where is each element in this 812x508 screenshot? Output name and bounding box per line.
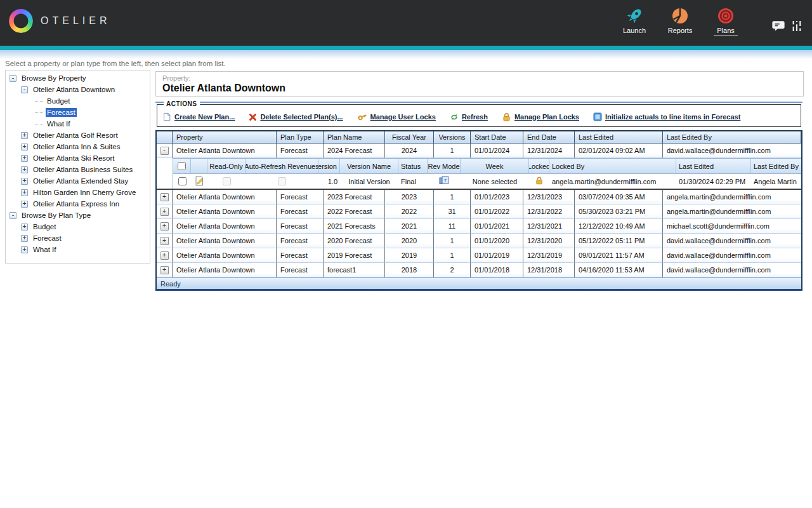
- refresh-button[interactable]: Refresh: [450, 112, 488, 122]
- tree-item-label-selected[interactable]: Forecast: [46, 108, 77, 117]
- tree-item-label[interactable]: Otelier Atlanta Downtown: [32, 85, 116, 94]
- table-row[interactable]: + Otelier Atlanta Downtown Forecast 2021…: [157, 219, 801, 234]
- delete-selected-plans-label: Delete Selected Plan(s)...: [260, 113, 343, 121]
- col-header-plan-type[interactable]: Plan Type: [277, 131, 324, 144]
- tree-connector: [35, 124, 43, 124]
- tree-item-forecast-selected[interactable]: Forecast: [6, 107, 150, 118]
- collapse-row-button[interactable]: -: [160, 147, 169, 155]
- col-header-property[interactable]: Property: [173, 131, 277, 144]
- tree-item-label[interactable]: Browse By Plan Type: [20, 211, 92, 220]
- manage-user-locks-button[interactable]: Manage User Locks: [357, 112, 436, 121]
- tree-item-plan-type-forecast[interactable]: + Forecast: [6, 232, 150, 244]
- tree-expand-icon[interactable]: +: [21, 166, 28, 173]
- tree-expand-icon[interactable]: +: [21, 201, 28, 208]
- tree-item-label[interactable]: Otelier Atlanta Ski Resort: [32, 154, 115, 163]
- tree-item-label[interactable]: Otelier Atlanta Business Suites: [32, 165, 134, 174]
- tree-item-otelier-atlanta-downtown[interactable]: - Otelier Atlanta Downtown: [6, 84, 150, 95]
- pie-chart-icon: [671, 6, 690, 25]
- tree-expand-icon[interactable]: +: [21, 189, 28, 196]
- initialize-actuals-button[interactable]: Initialize actuals to line items in Fore…: [593, 112, 740, 121]
- expand-row-button[interactable]: +: [160, 222, 169, 231]
- tree-item-what-if[interactable]: What If: [6, 118, 150, 130]
- cell-versions: 2: [434, 263, 471, 277]
- tree-item-plan-type-budget[interactable]: + Budget: [6, 221, 150, 232]
- tree-item-label[interactable]: Forecast: [32, 234, 63, 243]
- tree-item-otelier-atlanta-extended-stay[interactable]: + Otelier Atlanta Extended Stay: [6, 175, 150, 187]
- tree-collapse-icon[interactable]: -: [21, 86, 28, 93]
- delete-selected-plans-button[interactable]: Delete Selected Plan(s)...: [249, 113, 343, 121]
- col-header-plan-name[interactable]: Plan Name: [324, 131, 385, 144]
- tree-item-label[interactable]: Hilton Garden Inn Cherry Grove: [32, 188, 137, 197]
- cell-plan-type: Forecast: [277, 219, 324, 234]
- tree-item-plan-type-what-if[interactable]: + What If: [6, 244, 150, 255]
- nav-item-launch[interactable]: Launch: [617, 6, 652, 36]
- nav-item-reports[interactable]: Reports: [662, 6, 698, 36]
- tree-collapse-icon[interactable]: -: [10, 75, 16, 82]
- tree-item-browse-by-property[interactable]: - Browse By Property: [6, 72, 150, 84]
- refresh-label: Refresh: [462, 113, 488, 121]
- tree-expand-icon[interactable]: +: [21, 246, 28, 253]
- cell-property: Otelier Atlanta Downtown: [173, 144, 277, 158]
- tree-expand-icon[interactable]: +: [21, 178, 28, 185]
- create-new-plan-button[interactable]: Create New Plan...: [162, 112, 235, 122]
- subcol-version: Version: [318, 159, 340, 173]
- select-all-versions-checkbox[interactable]: [178, 162, 186, 170]
- tree-item-label[interactable]: What If: [46, 119, 71, 128]
- nav-item-plans[interactable]: Plans: [708, 6, 743, 36]
- tree-item-label[interactable]: What If: [32, 245, 57, 254]
- browse-tree-panel: - Browse By Property - Otelier Atlanta D…: [5, 70, 150, 264]
- manage-plan-locks-button[interactable]: Manage Plan Locks: [502, 112, 579, 122]
- tree-expand-icon[interactable]: +: [21, 224, 28, 231]
- tree-item-browse-by-plan-type[interactable]: - Browse By Plan Type: [6, 210, 150, 221]
- tree-item-otelier-atlanta-express-inn[interactable]: + Otelier Atlanta Express Inn: [6, 198, 150, 210]
- subcol-rev-mode: Rev Mode: [428, 159, 461, 173]
- brand-logo[interactable]: OTELIER: [9, 9, 110, 33]
- tree-item-label[interactable]: Otelier Atlanta Inn & Suites: [32, 142, 121, 151]
- chat-icon[interactable]: [771, 19, 785, 36]
- version-select-checkbox[interactable]: [178, 177, 187, 185]
- rev-mode-calendar-icon[interactable]: 7: [439, 176, 449, 187]
- tree-collapse-icon[interactable]: -: [10, 212, 16, 219]
- expand-row-button[interactable]: +: [160, 266, 169, 274]
- table-row[interactable]: + Otelier Atlanta Downtown Forecast fore…: [157, 263, 801, 277]
- tree-expand-icon[interactable]: +: [21, 155, 28, 162]
- tree-item-label[interactable]: Budget: [32, 222, 57, 231]
- col-header-end-date[interactable]: End Date: [523, 131, 575, 144]
- tree-expand-icon[interactable]: +: [21, 132, 28, 139]
- cell-week[interactable]: None selected: [461, 174, 529, 189]
- tree-item-label[interactable]: Otelier Atlanta Express Inn: [32, 199, 121, 208]
- tree-expand-icon[interactable]: +: [21, 235, 28, 242]
- table-row[interactable]: + Otelier Atlanta Downtown Forecast 2023…: [157, 190, 801, 204]
- tree-item-label[interactable]: Otelier Atlanta Golf Resort: [32, 131, 119, 140]
- expand-row-button[interactable]: +: [160, 237, 169, 245]
- tree-item-hilton-garden-inn-cherry-grove[interactable]: + Hilton Garden Inn Cherry Grove: [6, 187, 150, 198]
- expand-row-button[interactable]: +: [160, 251, 169, 260]
- tree-item-label[interactable]: Otelier Atlanta Extended Stay: [32, 177, 129, 185]
- sliders-icon[interactable]: [792, 20, 802, 35]
- table-row[interactable]: + Otelier Atlanta Downtown Forecast 2022…: [157, 204, 801, 219]
- nav-label-plans: Plans: [714, 27, 738, 36]
- tree-item-label[interactable]: Browse By Property: [20, 74, 88, 83]
- col-header-start-date[interactable]: Start Date: [471, 131, 523, 144]
- expand-row-button[interactable]: +: [160, 208, 169, 216]
- tree-item-budget[interactable]: Budget: [6, 95, 150, 107]
- tree-item-otelier-atlanta-ski-resort[interactable]: + Otelier Atlanta Ski Resort: [6, 152, 150, 164]
- table-row[interactable]: - Otelier Atlanta Downtown Forecast 2024…: [157, 144, 801, 158]
- property-name: Otelier Atlanta Downtown: [162, 83, 797, 94]
- top-navigation-bar: OTELIER Launch: [0, 0, 812, 46]
- tree-item-otelier-atlanta-business-suites[interactable]: + Otelier Atlanta Business Suites: [6, 164, 150, 175]
- col-header-versions[interactable]: Versions: [434, 131, 471, 144]
- table-row[interactable]: + Otelier Atlanta Downtown Forecast 2020…: [157, 234, 801, 248]
- tree-expand-icon[interactable]: +: [21, 144, 28, 150]
- tree-item-label[interactable]: Budget: [46, 97, 71, 105]
- expand-row-button[interactable]: +: [160, 193, 169, 201]
- tree-item-otelier-atlanta-inn-suites[interactable]: + Otelier Atlanta Inn & Suites: [6, 141, 150, 152]
- table-row[interactable]: + Otelier Atlanta Downtown Forecast 2019…: [157, 248, 801, 263]
- version-row[interactable]: 1.0 Initial Version Final 7 None selecte…: [173, 174, 801, 189]
- edit-note-icon[interactable]: [194, 176, 204, 187]
- tree-item-otelier-atlanta-golf-resort[interactable]: + Otelier Atlanta Golf Resort: [6, 130, 150, 141]
- col-header-last-edited[interactable]: Last Edited: [575, 131, 663, 144]
- cell-plan-type: Forecast: [277, 190, 324, 204]
- col-header-last-edited-by[interactable]: Last Edited By: [663, 131, 801, 144]
- col-header-fiscal-year[interactable]: Fiscal Year: [385, 131, 434, 144]
